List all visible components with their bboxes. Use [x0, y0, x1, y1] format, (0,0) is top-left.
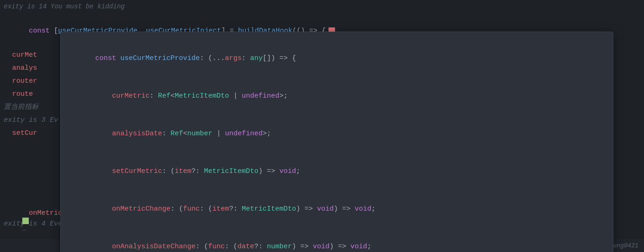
tooltip-line-4: setCurMetric: (item?: MetricItemDto) => …: [70, 153, 604, 190]
punct-bracket: [: [54, 27, 58, 35]
tl3-prop: analysisDate: [112, 130, 162, 138]
complexity-warning-1: exity is 14 You must be kidding: [0, 0, 644, 13]
tl4-indent: [95, 167, 112, 175]
tl4-qmark: ?:: [191, 167, 204, 175]
indent3: [4, 76, 12, 87]
tl1-arr: []) => {: [263, 54, 296, 62]
tl4-item: item: [175, 167, 191, 175]
tl2-ref: Ref: [158, 92, 171, 100]
tl2-lt: <: [171, 92, 175, 100]
tl2-prop: curMetric: [112, 92, 150, 100]
tl1-const: const: [95, 54, 120, 62]
tl3-ref: Ref: [171, 130, 183, 138]
comment-exity3: exity is 3 Ev: [4, 115, 58, 126]
tooltip-line-5: onMetricChange: (func: (item?: MetricIte…: [70, 190, 604, 228]
tl1-any: any: [250, 54, 263, 62]
tl5-void1: void: [317, 205, 334, 213]
tl3-undefined: undefined: [225, 130, 263, 138]
tl6-date: date: [237, 243, 254, 251]
bottom-ellipsis: …: [22, 225, 26, 233]
tl6-void1: void: [313, 243, 329, 251]
tl3-lt: <: [183, 130, 187, 138]
tl3-indent: [95, 130, 112, 138]
tl6-colon: : (: [196, 243, 208, 251]
tl5-colon: : (: [171, 205, 183, 213]
tl6-arrow1: ) =>: [292, 243, 313, 251]
indent: [4, 50, 12, 61]
var-setcur: setCur: [12, 128, 37, 139]
tl5-prop: onMetricChange: [112, 205, 171, 213]
tl5-arrow2: ) =>: [334, 205, 355, 213]
var-analys: analys: [12, 63, 37, 74]
tl2-undefined: undefined: [242, 92, 279, 100]
tl5-void2: void: [355, 205, 371, 213]
tl2-indent: [95, 92, 112, 100]
tl2-colon: :: [150, 92, 158, 100]
tl4-prop: setCurMetric: [112, 167, 162, 175]
tl4-colon: : (: [162, 167, 175, 175]
tl1-ellipsis: ...: [212, 54, 225, 62]
indent4: [4, 89, 12, 100]
keyword-const: const: [29, 27, 54, 35]
tl6-qmark: ?:: [254, 243, 267, 251]
tl6-prop: onAnalysisDateChange: [112, 243, 196, 251]
tl3-number: number: [187, 130, 212, 138]
tooltip-line-3: analysisDate: Ref<number | undefined>;: [70, 115, 604, 153]
tl1-args: args: [225, 54, 242, 62]
tl1-colon: : (: [200, 54, 212, 62]
tl5-func: func: [183, 205, 200, 213]
bottom-indent: [20, 209, 29, 217]
tl4-type: MetricItemDto: [204, 167, 258, 175]
tl6-void2: void: [350, 243, 367, 251]
green-square-icon: [22, 218, 29, 224]
tl5-colon2: : (: [200, 205, 212, 213]
tl6-colon2: : (: [225, 243, 237, 251]
tl3-gt: >;: [263, 130, 271, 138]
tl1-name: useCurMetricProvide: [120, 54, 200, 62]
tl3-pipe: |: [212, 130, 225, 138]
tl6-semi: ;: [367, 243, 371, 251]
comment-text-1: exity is 14 You must be kidding: [4, 3, 125, 10]
var-curmet: curMet: [12, 50, 37, 61]
tooltip-line-2: curMetric: Ref<MetricItemDto | undefined…: [70, 77, 604, 115]
tl6-arrow2: ) =>: [329, 243, 350, 251]
tl5-semi: ;: [371, 205, 375, 213]
tl5-indent: [95, 205, 112, 213]
tooltip-popup: const useCurMetricProvide: (...args: any…: [60, 32, 613, 252]
indent2: [4, 63, 12, 74]
tl3-colon: :: [162, 130, 171, 138]
tl4-arrow: ) =>: [258, 167, 279, 175]
tl6-func: func: [208, 243, 225, 251]
comment-chinese: 置当前指标: [4, 102, 39, 113]
tooltip-line-6: onAnalysisDateChange: (func: (date?: num…: [70, 228, 604, 252]
tl5-arrow1: ) =>: [296, 205, 317, 213]
tl4-void: void: [279, 167, 296, 175]
editor-background: exity is 14 You must be kidding const [u…: [0, 0, 644, 252]
tl2-gt: >;: [279, 92, 288, 100]
tl6-number: number: [267, 243, 292, 251]
tl5-qmark: ?:: [229, 205, 242, 213]
var-router: router: [12, 76, 37, 87]
tooltip-line-1: const useCurMetricProvide: (...args: any…: [70, 40, 604, 77]
tl1-colon2: :: [242, 54, 250, 62]
var-route: route: [12, 89, 33, 100]
tl6-indent: [95, 243, 112, 251]
tl5-type: MetricItemDto: [242, 205, 296, 213]
tl4-semi: ;: [296, 167, 300, 175]
tl5-item: item: [212, 205, 229, 213]
tl2-type: MetricItemDto: [175, 92, 229, 100]
indent5: [4, 128, 12, 139]
tl2-pipe: |: [229, 92, 242, 100]
